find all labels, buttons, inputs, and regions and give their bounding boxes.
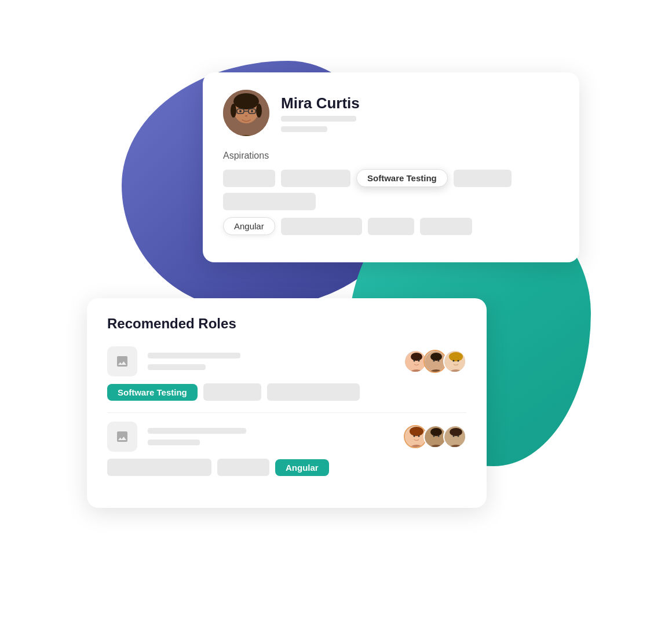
image-icon — [115, 430, 129, 444]
skeleton-line — [148, 364, 206, 370]
skeleton-tag — [368, 218, 414, 235]
profile-subtitle-line2 — [281, 126, 327, 132]
skeleton-tag — [107, 459, 211, 476]
svg-point-10 — [251, 110, 253, 112]
role-row — [107, 346, 466, 376]
svg-point-3 — [233, 93, 259, 109]
role-icon — [107, 422, 137, 452]
svg-point-23 — [438, 360, 440, 362]
svg-point-33 — [410, 427, 423, 436]
role-row — [107, 422, 466, 452]
role-left — [107, 422, 246, 452]
role-item: Angular — [107, 422, 466, 476]
profile-card: Mira Curtis Aspirations Software Testing… — [203, 72, 579, 262]
skeleton-tag — [267, 383, 360, 401]
skeleton-tag — [281, 170, 350, 187]
svg-point-1 — [229, 135, 264, 136]
role-text — [148, 428, 246, 445]
scene: Mira Curtis Aspirations Software Testing… — [75, 43, 597, 594]
skeleton-tag — [454, 170, 512, 187]
svg-point-47 — [458, 435, 459, 437]
avatars-group — [404, 425, 466, 448]
software-testing-role-tag: Software Testing — [107, 384, 198, 401]
role-left — [107, 346, 240, 376]
svg-point-35 — [418, 435, 420, 437]
angular-role-tag: Angular — [275, 459, 329, 476]
svg-point-21 — [430, 353, 442, 361]
svg-point-16 — [414, 360, 415, 362]
skeleton-line — [148, 353, 240, 358]
mini-avatar — [443, 350, 466, 373]
svg-point-17 — [418, 360, 420, 362]
svg-point-34 — [414, 435, 415, 437]
skeleton-tag — [420, 218, 472, 235]
profile-header: Mira Curtis — [223, 90, 559, 136]
roles-card: Recomended Roles — [87, 298, 487, 508]
svg-point-27 — [449, 352, 463, 361]
svg-point-41 — [438, 435, 440, 437]
svg-point-39 — [430, 428, 442, 436]
software-testing-tag[interactable]: Software Testing — [356, 169, 448, 187]
role-tags-row: Software Testing — [107, 383, 466, 401]
roles-title: Recomended Roles — [107, 316, 466, 332]
skeleton-tag — [223, 193, 316, 210]
skeleton-tag — [217, 459, 269, 476]
svg-point-11 — [245, 115, 247, 117]
mini-avatar — [443, 425, 466, 448]
aspirations-tags-row2: Angular — [223, 217, 559, 235]
profile-subtitle-line1 — [281, 116, 356, 122]
svg-point-22 — [433, 360, 435, 362]
skeleton-line — [148, 428, 246, 434]
svg-point-29 — [458, 360, 459, 362]
svg-point-15 — [411, 353, 422, 361]
skeleton-tag — [203, 383, 261, 401]
skeleton-line — [148, 440, 200, 445]
image-icon — [115, 354, 129, 368]
profile-name: Mira Curtis — [281, 94, 360, 112]
svg-point-9 — [239, 110, 242, 112]
svg-point-45 — [450, 428, 462, 436]
divider — [107, 412, 466, 413]
svg-point-4 — [231, 104, 236, 118]
role-item: Software Testing — [107, 346, 466, 401]
svg-point-28 — [453, 360, 455, 362]
role-text — [148, 353, 240, 370]
svg-point-40 — [433, 435, 435, 437]
skeleton-tag — [223, 170, 275, 187]
aspirations-tags-row1: Software Testing — [223, 169, 559, 210]
role-tags-row: Angular — [107, 459, 466, 476]
role-icon — [107, 346, 137, 376]
avatars-group — [404, 350, 466, 373]
angular-tag[interactable]: Angular — [223, 217, 275, 235]
aspirations-label: Aspirations — [223, 151, 559, 161]
skeleton-tag — [281, 218, 362, 235]
avatar — [223, 90, 269, 136]
svg-point-5 — [256, 104, 262, 118]
profile-info: Mira Curtis — [281, 94, 360, 132]
svg-point-46 — [453, 435, 455, 437]
